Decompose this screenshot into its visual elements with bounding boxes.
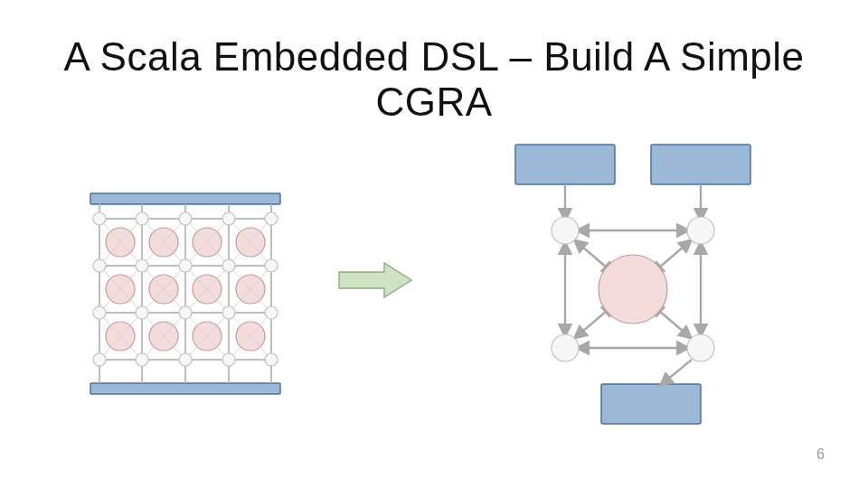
cgra-array-diagram: [81, 190, 289, 398]
svg-point-79: [93, 306, 106, 319]
svg-point-75: [136, 259, 148, 272]
svg-point-87: [222, 353, 235, 366]
bottom-io-bar: [90, 383, 280, 394]
svg-point-85: [136, 353, 148, 366]
switch-nodes: [93, 204, 278, 383]
io-block-top-right: [651, 145, 750, 184]
io-block-bottom: [601, 384, 701, 424]
svg-point-74: [93, 259, 106, 272]
svg-point-71: [179, 212, 192, 225]
center-pe: [599, 255, 667, 324]
edge-swBR-to-bottom: [662, 360, 692, 384]
svg-point-77: [222, 259, 235, 272]
switch-bottom-right: [687, 334, 714, 361]
svg-point-69: [93, 212, 106, 225]
svg-point-82: [222, 306, 235, 319]
svg-point-70: [136, 212, 148, 225]
cgra-tile-diagram: [488, 136, 778, 425]
svg-point-81: [179, 306, 192, 319]
io-block-top-left: [515, 145, 615, 184]
svg-point-88: [265, 353, 278, 366]
svg-point-78: [265, 259, 278, 272]
svg-point-76: [179, 259, 192, 272]
diagram-stage: [0, 136, 868, 461]
svg-point-72: [222, 212, 235, 225]
switch-top-right: [687, 217, 714, 244]
svg-point-73: [265, 212, 278, 225]
switch-top-left: [552, 217, 579, 244]
zoom-arrow-icon: [335, 258, 416, 303]
svg-point-83: [265, 306, 278, 319]
top-io-bar: [90, 193, 280, 204]
svg-point-80: [136, 306, 148, 319]
svg-point-86: [179, 353, 192, 366]
switch-bottom-left: [552, 334, 579, 361]
slide-title: A Scala Embedded DSL – Build A Simple CG…: [0, 34, 868, 125]
svg-point-84: [93, 353, 106, 366]
